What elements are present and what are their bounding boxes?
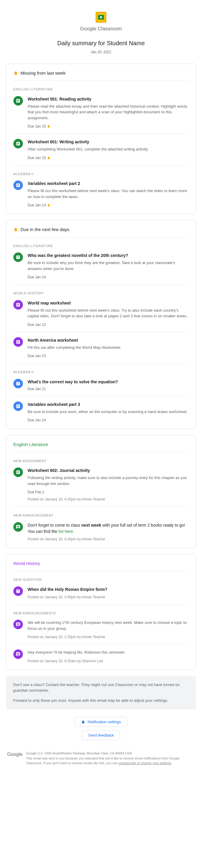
- bell-icon: [81, 720, 85, 724]
- item-due: Due Jan 15: [28, 155, 189, 161]
- alert-icon: [47, 204, 50, 207]
- list-item: When did the Holy Roman Empire form?Post…: [13, 586, 189, 605]
- item-body: Worksheet 602: Journal activityFollowing…: [28, 467, 189, 502]
- item-due: Due Jan 22: [28, 322, 189, 328]
- card-purple: World HistoryNEW QUESTIONWhen did the Ho…: [6, 554, 196, 670]
- notification-settings-button[interactable]: Notification settings: [75, 717, 128, 727]
- item-title: Variables worksheet part 3: [28, 401, 189, 408]
- doc-icon: [13, 300, 23, 310]
- list-item: What's the correct way to solve the equa…: [13, 379, 189, 397]
- item-posted: Posted on January 19, 4:25pm by Aimee Te…: [28, 536, 189, 542]
- google-logo: Google: [7, 751, 23, 766]
- item-title: Worksheet 602: Journal activity: [28, 467, 189, 474]
- list-item: Who was the greatest novelist of the 20t…: [13, 252, 189, 285]
- item-desc: Please read the attached essay and then …: [28, 103, 189, 121]
- header: Google Classroom Daily summary for Stude…: [0, 0, 202, 64]
- doc-icon: [13, 467, 23, 477]
- bell-icon: [13, 227, 18, 232]
- info-box: Don't see a class? Contact the teacher. …: [6, 676, 196, 710]
- item-due: Due Feb 2: [28, 490, 189, 495]
- item-desc: After completing Worksheet 601, complete…: [28, 146, 189, 152]
- item-desc: Don't forget to come to class next week …: [28, 522, 189, 535]
- item-body: Hey everyone! I'll be helping Ms. Robins…: [28, 649, 189, 664]
- item-desc: Please fill out this worksheet before ne…: [28, 188, 189, 199]
- item-posted: Posted on January 19, 9:25am by Shannon …: [28, 658, 189, 664]
- chat-icon: [13, 620, 23, 629]
- item-title: Variables worksheet part 2: [28, 181, 189, 187]
- item-posted: Posted on January 19, 4:25pm by Aimee Te…: [28, 497, 189, 502]
- info-text-2: Forward to only those you trust. Anyone …: [13, 698, 189, 704]
- card-green: English LiteratureNEW ASSIGNMENTWorkshee…: [6, 435, 196, 548]
- question-icon: [13, 252, 23, 262]
- item-desc: Be sure to include your work, either on …: [28, 409, 189, 415]
- classroom-logo-icon: [96, 12, 106, 23]
- group-label: ENGLISH LITERATURE: [13, 87, 189, 92]
- item-title: Worksheet 601: Writing activity: [28, 139, 189, 145]
- group-label: NEW ASSIGNMENT: [13, 459, 189, 464]
- item-due: Due Jan 24: [28, 417, 189, 423]
- item-body: Variables worksheet part 3Be sure to inc…: [28, 401, 189, 423]
- footer-text: Google LLC 1600 Amphitheatre Parkway, Mo…: [26, 751, 195, 766]
- question-icon: [13, 586, 23, 596]
- item-body: Worksheet 601: Writing activityAfter com…: [28, 139, 189, 161]
- item-title: North America worksheet: [28, 337, 189, 343]
- item-title: When did the Holy Roman Empire form?: [28, 586, 189, 593]
- list-item: Hey everyone! I'll be helping Ms. Robins…: [13, 649, 189, 664]
- item-body: Worksheet 501: Reading activityPlease re…: [28, 96, 189, 129]
- chat-icon: [13, 522, 23, 532]
- list-item: Don't forget to come to class next week …: [13, 522, 189, 542]
- unsubscribe-link[interactable]: unsubscribe or change your settings: [119, 761, 171, 765]
- item-desc: Please fill out this worksheet before ne…: [28, 307, 189, 319]
- alert-icon: [47, 125, 50, 128]
- bell-icon: [13, 71, 18, 75]
- doc-icon: [13, 401, 23, 411]
- doc-icon: [13, 139, 23, 148]
- item-posted: Posted on January 19, 3:45pm by Aimee Te…: [28, 594, 189, 600]
- doc-icon: [13, 181, 23, 190]
- item-body: We will be covering 17th century Europea…: [28, 620, 189, 640]
- list-item: Worksheet 601: Writing activityAfter com…: [13, 139, 189, 166]
- list-item: Variables worksheet part 3Be sure to inc…: [13, 401, 189, 423]
- item-posted: Posted on January 19, 2:25pm by Aimee Te…: [28, 634, 189, 640]
- chat-icon: [13, 649, 23, 659]
- item-due: Due Jan 23: [28, 353, 189, 359]
- group-label: NEW ANNOUNCEMENT: [13, 513, 189, 518]
- item-title: Who was the greatest novelist of the 20t…: [28, 252, 189, 259]
- send-feedback-button[interactable]: Send feedback: [82, 730, 120, 740]
- item-body: World map worksheetPlease fill out this …: [28, 300, 189, 328]
- actions-row: Notification settings Send feedback: [0, 715, 202, 751]
- group-label: NEW ANNOUNCEMENTS: [13, 611, 189, 616]
- item-desc: Hey everyone! I'll be helping Ms. Robins…: [28, 649, 189, 655]
- item-body: Don't forget to come to class next week …: [28, 522, 189, 542]
- card-heading: English Literature: [13, 441, 189, 453]
- item-desc: We will be covering 17th century Europea…: [28, 620, 189, 631]
- group-label: WORLD HISTORY: [13, 291, 189, 296]
- list-item: North America worksheetFill this out aft…: [13, 337, 189, 364]
- group-label: NEW QUESTION: [13, 577, 189, 582]
- group-label: ENGLISH LITERATURE: [13, 244, 189, 249]
- alert-icon: [47, 156, 50, 160]
- card-heading: Missing from last week: [13, 70, 189, 81]
- card-default: Missing from last weekENGLISH LITERATURE…: [6, 64, 196, 214]
- item-desc: Be sure to include why you think they ar…: [28, 260, 189, 272]
- group-label: ALGEBRA II: [13, 370, 189, 375]
- summary-date: Jan 20, 2022: [6, 49, 196, 55]
- card-default: Due in the next few daysENGLISH LITERATU…: [6, 220, 196, 429]
- item-desc: Following the writing activity, make sur…: [28, 475, 189, 487]
- page-title: Daily summary for Student Name: [6, 39, 196, 48]
- item-body: Who was the greatest novelist of the 20t…: [28, 252, 189, 280]
- doc-icon: [13, 96, 23, 105]
- item-due: Due Jan 24: [28, 275, 189, 280]
- question-icon: [13, 379, 23, 389]
- item-desc: Fill this out after completing the World…: [28, 345, 189, 350]
- list-item: We will be covering 17th century Europea…: [13, 620, 189, 645]
- info-text-1: Don't see a class? Contact the teacher. …: [13, 682, 189, 693]
- doc-icon: [13, 337, 23, 347]
- card-heading: Due in the next few days: [13, 226, 189, 238]
- item-due: Due Jan 15: [28, 124, 189, 129]
- item-title: World map worksheet: [28, 300, 189, 306]
- item-title: What's the correct way to solve the equa…: [28, 379, 189, 385]
- list-item: Worksheet 501: Reading activityPlease re…: [13, 96, 189, 134]
- item-title: Worksheet 501: Reading activity: [28, 96, 189, 102]
- item-due: Due Jan 14: [28, 203, 189, 208]
